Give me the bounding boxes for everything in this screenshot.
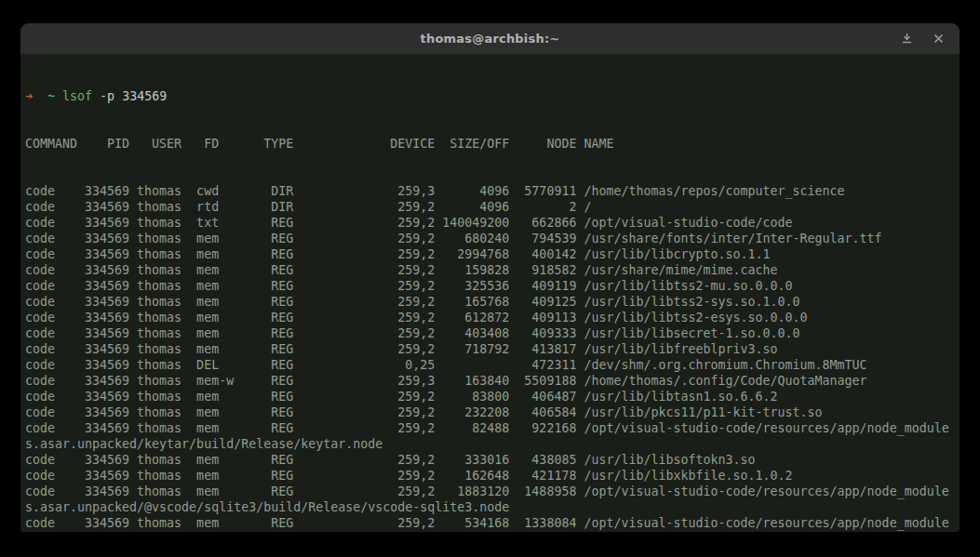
prompt-cwd: ~ [47,89,55,103]
lsof-row-line: code 334569 thomas mem REG 259,2 162648 … [25,468,960,484]
lsof-row-line: code 334569 thomas mem REG 259,2 325536 … [25,278,960,294]
lsof-row-line: s.asar.unpacked/@vscode/sqlite3/build/Re… [25,499,960,515]
table-header-line: COMMAND PID USER FD TYPE DEVICE SIZE/OFF… [25,136,960,152]
lsof-row-line: code 334569 thomas mem REG 259,2 534168 … [25,515,960,531]
lsof-row-line: code 334569 thomas mem REG 259,2 83800 4… [25,389,960,404]
titlebar[interactable]: thomas@archbish:~ [20,23,960,54]
terminal-output[interactable]: ➜ ~ lsof -p 334569 COMMAND PID USER FD T… [20,54,960,532]
lsof-row-line: code 334569 thomas mem REG 259,2 612872 … [25,310,960,325]
window-title: thomas@archbish:~ [421,32,560,46]
lsof-row-line: code 334569 thomas txt REG 259,2 1400492… [25,215,960,231]
lsof-row-line: code 334569 thomas DEL REG 0,25 472311 /… [25,357,960,373]
lsof-row-line: code 334569 thomas mem REG 259,2 2994768… [25,246,960,262]
terminal-window: thomas@archbish:~ ➜ ~ lsof -p 334569 [20,23,960,532]
lsof-row-line: s.asar.unpacked/keytar/build/Release/key… [25,436,960,452]
lsof-row-line: code 334569 thomas mem REG 259,2 82488 9… [25,420,960,436]
lsof-row-line: code 334569 thomas mem REG 259,2 159828 … [25,262,960,278]
lsof-row-line: code 334569 thomas mem REG 259,2 1883120… [25,484,960,499]
desktop: thomas@archbish:~ ➜ ~ lsof -p 334569 [0,0,980,557]
lsof-row-line: code 334569 thomas mem REG 259,2 680240 … [25,231,960,246]
download-icon[interactable] [896,29,917,49]
lsof-row-line: code 334569 thomas mem REG 259,2 403408 … [25,325,960,341]
lsof-row-line: code 334569 thomas mem REG 259,2 165768 … [25,294,960,310]
lsof-row-line: code 334569 thomas cwd DIR 259,3 4096 57… [25,183,960,199]
lsof-row-line: code 334569 thomas mem-w REG 259,3 16384… [25,373,960,389]
lsof-row-line: code 334569 thomas mem REG 259,2 718792 … [25,341,960,357]
prompt-line: ➜ ~ lsof -p 334569 [25,88,960,104]
lsof-row-line: s.asar.unpacked/spdlog/build/Release/spd… [25,531,960,532]
prompt-arrow: ➜ [25,89,33,103]
prompt-command: lsof [62,89,92,103]
table-body: code 334569 thomas cwd DIR 259,3 4096 57… [25,183,960,532]
titlebar-buttons [896,23,948,54]
lsof-row-line: code 334569 thomas mem REG 259,2 232208 … [25,404,960,420]
lsof-row-line: code 334569 thomas rtd DIR 259,2 4096 2 … [25,199,960,215]
prompt-args: -p 334569 [100,89,167,103]
lsof-row-line: code 334569 thomas mem REG 259,2 333016 … [25,452,960,468]
close-icon[interactable] [928,29,948,49]
